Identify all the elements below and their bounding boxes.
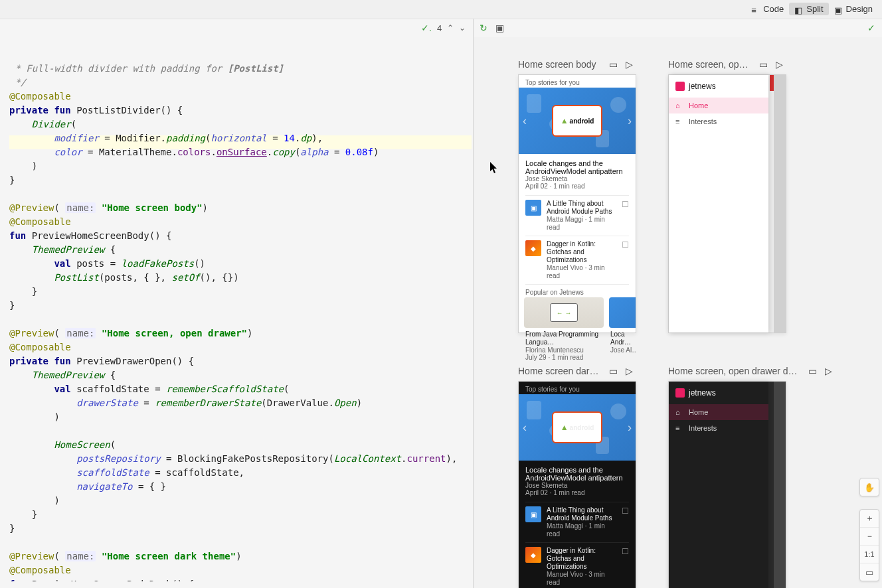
deploy-to-device-icon[interactable]: ▭ bbox=[607, 58, 619, 70]
split-icon: ◧ bbox=[794, 5, 804, 13]
view-tab-design[interactable]: ▣ Design bbox=[829, 3, 878, 15]
app-brand: jetnews bbox=[689, 82, 716, 91]
interactive-preview-icon[interactable]: ▷ bbox=[623, 58, 635, 70]
post-row: ▣ A Little Thing about Android Module Pa… bbox=[519, 196, 636, 236]
hero-title: Locale changes and the AndroidViewModel … bbox=[525, 159, 629, 175]
zoom-fit-button[interactable]: ▭ bbox=[860, 563, 879, 581]
popular-card: Loca Andr… Jose Al… bbox=[609, 297, 636, 361]
hero-author: Jose Skemeta bbox=[525, 175, 629, 183]
post-row: ◆ Dagger in Kotlin: Gotchas and Optimiza… bbox=[519, 236, 636, 284]
nav-drawer: jetnews ⌂Home ≡Interests bbox=[669, 382, 768, 588]
preview-device[interactable]: jetnews ⌂Home ≡Interests bbox=[668, 381, 786, 588]
post-thumb: ▣ bbox=[525, 200, 541, 216]
deploy-to-device-icon[interactable]: ▭ bbox=[806, 365, 818, 377]
preview-device[interactable]: jetnews ⌂Home ≡Interests bbox=[668, 74, 786, 333]
preview-title: Home screen dark … ▭ ▷ bbox=[518, 365, 635, 377]
bookmark-icon[interactable]: ☐ bbox=[622, 200, 629, 209]
bookmark-icon[interactable]: ☐ bbox=[622, 547, 629, 556]
zoom-1to1-button[interactable]: 1:1 bbox=[860, 545, 879, 563]
splitter[interactable] bbox=[473, 19, 474, 588]
hero-title: Locale changes and the AndroidViewModel … bbox=[525, 466, 629, 482]
survey-icon[interactable]: ▣ bbox=[494, 23, 505, 33]
editor-toolbar: ≡ Code ◧ Split ▣ Design bbox=[0, 0, 882, 19]
drawer-item-home[interactable]: ⌂Home bbox=[669, 98, 768, 113]
bookmark-icon[interactable]: ☐ bbox=[622, 506, 629, 516]
interactive-preview-icon[interactable]: ▷ bbox=[623, 365, 635, 377]
section-heading: Top stories for you bbox=[519, 382, 636, 394]
view-tab-split[interactable]: ◧ Split bbox=[789, 3, 828, 15]
view-tab-label: Design bbox=[846, 4, 873, 14]
deploy-to-device-icon[interactable]: ▭ bbox=[757, 58, 769, 70]
interactive-preview-icon[interactable]: ▷ bbox=[822, 365, 834, 377]
home-icon: ⌂ bbox=[675, 102, 683, 110]
post-thumb: ◆ bbox=[525, 240, 541, 256]
preview-device[interactable]: Top stories for you ‹› ▲android Locale c… bbox=[518, 381, 636, 588]
hand-icon: ✋ bbox=[860, 478, 879, 496]
hero-image: ‹› ▲android bbox=[519, 394, 636, 461]
refresh-icon[interactable]: ↻ bbox=[478, 23, 489, 33]
pan-tool[interactable]: ✋ bbox=[859, 478, 879, 496]
build-ok-icon[interactable]: ✓ bbox=[867, 23, 875, 33]
deploy-to-device-icon[interactable]: ▭ bbox=[607, 365, 619, 377]
section-heading: Top stories for you bbox=[519, 75, 636, 88]
drawer-item-interests[interactable]: ≡Interests bbox=[669, 420, 768, 436]
preview-title: Home screen, ope… ▭ ▷ bbox=[668, 58, 785, 70]
popular-card: ← → From Java Programming Langua… Florin… bbox=[524, 297, 604, 361]
section-heading: Popular on Jetnews bbox=[519, 285, 636, 297]
image-icon: ▣ bbox=[834, 5, 843, 13]
list-icon: ≡ bbox=[751, 5, 760, 13]
zoom-controls: ＋ － 1:1 ▭ bbox=[859, 509, 879, 581]
preview-title: Home screen, open drawer dar… ▭ ▷ bbox=[668, 365, 834, 377]
view-tab-label: Split bbox=[806, 4, 823, 14]
bookmark-icon[interactable]: ☐ bbox=[622, 240, 629, 250]
hero-image: ‹› ▲android bbox=[519, 88, 636, 154]
preview-title: Home screen body ▭ ▷ bbox=[518, 58, 635, 70]
scroll-track bbox=[774, 382, 786, 588]
preview-panel[interactable]: Home screen body ▭ ▷ Top stories for you… bbox=[474, 37, 882, 588]
code-editor[interactable]: * Full-width divider with padding for [P… bbox=[9, 20, 472, 581]
scroll-track bbox=[774, 75, 786, 332]
drawer-item-home[interactable]: ⌂Home bbox=[669, 404, 768, 420]
hero-meta: April 02 · 1 min read bbox=[525, 183, 629, 190]
zoom-in-button[interactable]: ＋ bbox=[860, 510, 879, 527]
interactive-preview-icon[interactable]: ▷ bbox=[773, 58, 785, 70]
drawer-item-interests[interactable]: ≡Interests bbox=[669, 113, 768, 129]
view-tab-code[interactable]: ≡ Code bbox=[746, 3, 789, 15]
app-logo bbox=[675, 82, 685, 91]
list-icon: ≡ bbox=[675, 117, 683, 125]
zoom-out-button[interactable]: － bbox=[860, 527, 879, 545]
preview-device[interactable]: Top stories for you ‹› ▲android Locale c… bbox=[518, 74, 636, 333]
nav-drawer: jetnews ⌂Home ≡Interests bbox=[669, 75, 768, 332]
view-tab-label: Code bbox=[763, 4, 784, 14]
